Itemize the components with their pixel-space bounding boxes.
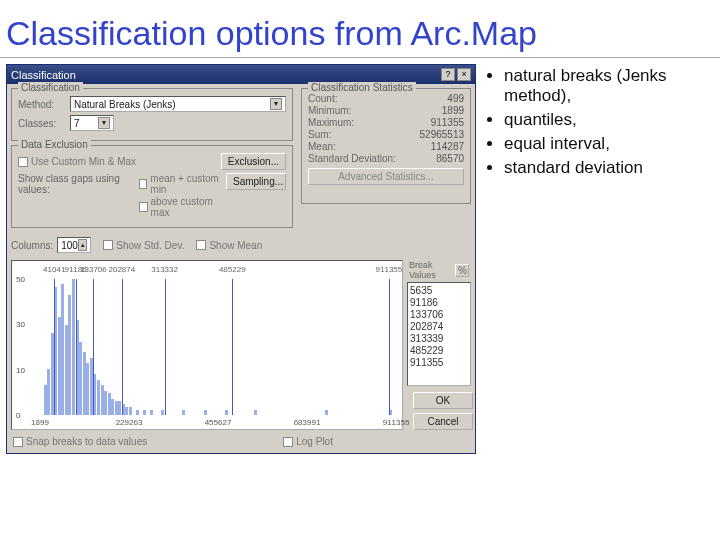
cancel-button[interactable]: Cancel xyxy=(413,413,473,430)
panel-title-stats: Classification Statistics xyxy=(308,82,416,93)
show-mean-checkbox[interactable]: Show Mean xyxy=(196,240,262,251)
advanced-stats-button[interactable]: Advanced Statistics... xyxy=(308,168,464,185)
show-class-gaps-label: Show class gaps using values: xyxy=(18,173,131,195)
above-custom-max-checkbox[interactable]: above custom max xyxy=(139,196,222,218)
list-item: standard deviation xyxy=(504,158,714,178)
show-std-checkbox[interactable]: Show Std. Dev. xyxy=(103,240,184,251)
checkbox-icon xyxy=(139,202,148,212)
panel-title-exclusion: Data Exclusion xyxy=(18,139,91,150)
chevron-down-icon: ▾ xyxy=(98,117,110,129)
stats-grid: Count:499 Minimum:1899 Maximum:911355 Su… xyxy=(308,93,464,164)
break-value-item[interactable]: 133706 xyxy=(410,309,468,320)
list-item: quantiles, xyxy=(504,110,714,130)
break-value-item[interactable]: 313339 xyxy=(410,333,468,344)
ok-button[interactable]: OK xyxy=(413,392,473,409)
sampling-button[interactable]: Sampling... xyxy=(226,173,286,190)
break-values-list[interactable]: 563591186133706202874313339485229911355 xyxy=(407,282,471,386)
checkbox-icon xyxy=(283,437,293,447)
break-value-item[interactable]: 911355 xyxy=(410,357,468,368)
columns-spinner[interactable]: 100 ▴ xyxy=(57,237,91,253)
checkbox-icon xyxy=(139,179,148,189)
break-value-item[interactable]: 5635 xyxy=(410,285,468,296)
percent-button[interactable]: % xyxy=(455,264,469,277)
classification-dialog: Classification ? × Classification Method… xyxy=(6,64,476,454)
checkbox-icon xyxy=(13,437,23,447)
log-plot-checkbox[interactable]: Log Plot xyxy=(283,436,333,447)
classification-panel: Classification Method: Natural Breaks (J… xyxy=(11,88,293,141)
method-value: Natural Breaks (Jenks) xyxy=(74,99,176,110)
snap-breaks-checkbox[interactable]: Snap breaks to data values xyxy=(13,436,147,447)
break-value-item[interactable]: 485229 xyxy=(410,345,468,356)
help-button[interactable]: ? xyxy=(441,68,455,81)
mean-custom-min-checkbox[interactable]: mean + custom min xyxy=(139,173,222,195)
columns-label: Columns: xyxy=(11,240,53,251)
histogram[interactable]: 4104191186133706202874313332485229911355… xyxy=(11,260,403,430)
chevron-down-icon: ▾ xyxy=(270,98,282,110)
slide-title: Classification options from Arc.Map xyxy=(0,0,720,58)
bottom-row: Snap breaks to data values Log Plot xyxy=(7,434,475,453)
use-custom-minmax-checkbox[interactable]: Use Custom Min & Max xyxy=(18,156,136,167)
checkbox-icon xyxy=(196,240,206,250)
panel-title-classification: Classification xyxy=(18,82,83,93)
list-item: equal interval, xyxy=(504,134,714,154)
close-button[interactable]: × xyxy=(457,68,471,81)
checkbox-icon xyxy=(103,240,113,250)
window-title: Classification xyxy=(11,69,76,81)
histogram-controls: Columns: 100 ▴ Show Std. Dev. Show Mean xyxy=(7,232,475,258)
method-label: Method: xyxy=(18,99,66,110)
break-values-label: Break Values xyxy=(409,260,455,280)
checkbox-icon xyxy=(18,157,28,167)
spinner-icon: ▴ xyxy=(78,239,87,251)
options-list: natural breaks (Jenks method),quantiles,… xyxy=(486,64,714,454)
stats-panel: Classification Statistics Count:499 Mini… xyxy=(301,88,471,204)
classes-value: 7 xyxy=(74,118,80,129)
exclusion-button[interactable]: Exclusion... xyxy=(221,153,286,170)
data-exclusion-panel: Data Exclusion Use Custom Min & Max Excl… xyxy=(11,145,293,228)
break-value-item[interactable]: 202874 xyxy=(410,321,468,332)
classes-label: Classes: xyxy=(18,118,66,129)
classes-select[interactable]: 7 ▾ xyxy=(70,115,114,131)
method-select[interactable]: Natural Breaks (Jenks) ▾ xyxy=(70,96,286,112)
break-value-item[interactable]: 91186 xyxy=(410,297,468,308)
list-item: natural breaks (Jenks method), xyxy=(504,66,714,106)
